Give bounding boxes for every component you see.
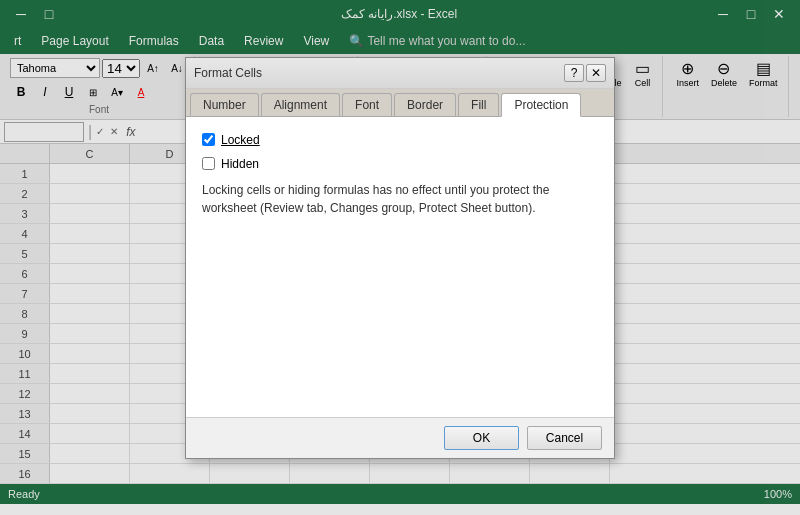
locked-label[interactable]: Locked (221, 133, 260, 147)
dialog-footer: OK Cancel (186, 417, 614, 458)
tab-font[interactable]: Font (342, 93, 392, 116)
locked-row: Locked (202, 133, 598, 147)
tab-alignment[interactable]: Alignment (261, 93, 340, 116)
dialog-close-button[interactable]: ✕ (586, 64, 606, 82)
dialog-title: Format Cells (194, 66, 262, 80)
dialog-overlay: Format Cells ? ✕ Number Alignment Font B… (0, 0, 800, 515)
ok-button[interactable]: OK (444, 426, 519, 450)
tab-protection[interactable]: Protection (501, 93, 581, 117)
dialog-help-button[interactable]: ? (564, 64, 584, 82)
cancel-button[interactable]: Cancel (527, 426, 602, 450)
tab-number[interactable]: Number (190, 93, 259, 116)
protection-note: Locking cells or hiding formulas has no … (202, 181, 582, 217)
tab-fill[interactable]: Fill (458, 93, 499, 116)
dialog-content: Locked Hidden Locking cells or hiding fo… (186, 117, 614, 417)
format-cells-dialog: Format Cells ? ✕ Number Alignment Font B… (185, 57, 615, 459)
locked-checkbox[interactable] (202, 133, 215, 146)
hidden-checkbox[interactable] (202, 157, 215, 170)
hidden-row: Hidden (202, 157, 598, 171)
dialog-tabs: Number Alignment Font Border Fill Protec… (186, 89, 614, 117)
hidden-label[interactable]: Hidden (221, 157, 259, 171)
tab-border[interactable]: Border (394, 93, 456, 116)
dialog-titlebar: Format Cells ? ✕ (186, 58, 614, 89)
